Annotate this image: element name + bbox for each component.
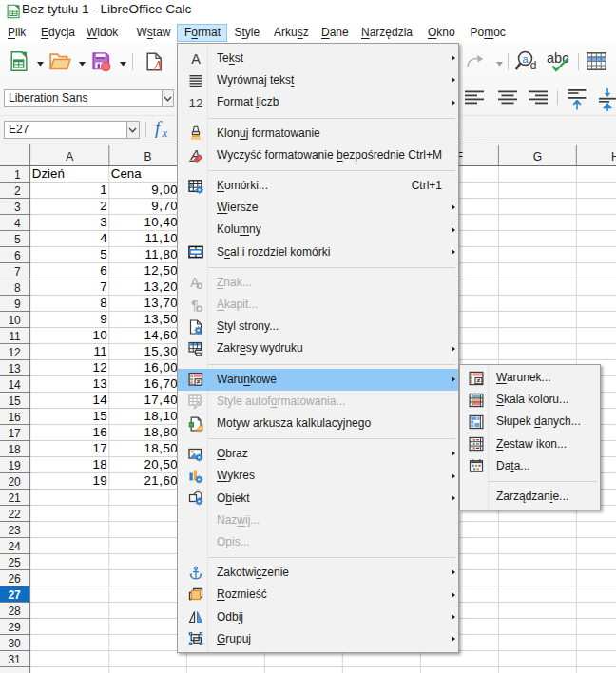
svg-text:12: 12 <box>8 346 21 359</box>
svg-text:18,80: 18,80 <box>144 425 178 439</box>
svg-text:16: 16 <box>8 411 21 424</box>
svg-text:5: 5 <box>14 233 21 246</box>
svg-text:G: G <box>533 150 542 163</box>
svg-text:19: 19 <box>8 459 21 472</box>
svg-text:15: 15 <box>92 409 107 423</box>
svg-text:Cena: Cena <box>111 166 142 181</box>
svg-text:6: 6 <box>100 263 107 278</box>
svg-text:6: 6 <box>14 249 21 262</box>
svg-text:24: 24 <box>8 540 21 553</box>
svg-text:abc: abc <box>547 50 568 66</box>
svg-text:B: B <box>144 150 152 163</box>
svg-text:11: 11 <box>93 344 107 358</box>
svg-text:11,10: 11,10 <box>144 231 178 245</box>
svg-text:15: 15 <box>8 394 21 408</box>
svg-text:d: d <box>530 59 537 72</box>
svg-text:2: 2 <box>14 184 21 198</box>
svg-text:2: 2 <box>100 199 107 213</box>
svg-text:12,50: 12,50 <box>144 263 178 278</box>
svg-text:15,30: 15,30 <box>144 344 178 358</box>
svg-text:17: 17 <box>8 427 21 440</box>
svg-text:H: H <box>611 150 616 163</box>
svg-text:31: 31 <box>8 653 21 666</box>
svg-text:1: 1 <box>14 168 21 182</box>
svg-text:18: 18 <box>92 457 107 471</box>
svg-text:8: 8 <box>100 296 107 310</box>
svg-text:x: x <box>162 125 168 140</box>
svg-text:3: 3 <box>14 201 21 214</box>
svg-text:17,40: 17,40 <box>144 393 178 407</box>
svg-text:18: 18 <box>8 443 21 456</box>
svg-text:29: 29 <box>8 621 21 634</box>
svg-text:14,60: 14,60 <box>144 328 178 342</box>
svg-text:Dzień: Dzień <box>32 166 65 181</box>
svg-text:30: 30 <box>8 637 21 650</box>
svg-text:17: 17 <box>92 441 107 455</box>
svg-text:1: 1 <box>100 183 107 197</box>
svg-text:11: 11 <box>9 330 21 343</box>
svg-text:A: A <box>190 275 200 290</box>
svg-text:12: 12 <box>188 96 202 110</box>
svg-text:26: 26 <box>8 572 21 586</box>
svg-text:19: 19 <box>92 473 107 488</box>
svg-text:a: a <box>522 53 529 65</box>
svg-text:18,50: 18,50 <box>144 441 178 455</box>
svg-text:28: 28 <box>8 605 21 618</box>
svg-text:8: 8 <box>14 281 21 295</box>
svg-text:A: A <box>152 58 162 71</box>
svg-text:10: 10 <box>92 328 107 342</box>
svg-text:10,40: 10,40 <box>144 215 178 229</box>
svg-text:13: 13 <box>8 362 21 375</box>
svg-text:22: 22 <box>8 508 21 521</box>
svg-text:14: 14 <box>8 378 21 392</box>
svg-text:20: 20 <box>8 475 21 489</box>
svg-text:3: 3 <box>100 215 107 229</box>
svg-text:7: 7 <box>100 279 107 294</box>
svg-text:4: 4 <box>14 217 21 230</box>
svg-text:9,00: 9,00 <box>151 183 178 197</box>
svg-text:16,70: 16,70 <box>144 376 178 391</box>
svg-text:21,60: 21,60 <box>144 473 178 488</box>
svg-text:11,80: 11,80 <box>144 247 178 261</box>
svg-text:10: 10 <box>8 314 21 327</box>
svg-text:4: 4 <box>100 231 107 245</box>
svg-text:A: A <box>66 150 73 163</box>
svg-text:13: 13 <box>92 376 107 391</box>
svg-text:27: 27 <box>8 588 21 602</box>
svg-text:20,50: 20,50 <box>144 457 178 471</box>
svg-text:13,20: 13,20 <box>144 279 178 294</box>
svg-text:23: 23 <box>8 524 21 537</box>
svg-text:16,00: 16,00 <box>144 360 178 375</box>
svg-text:16: 16 <box>92 425 107 439</box>
svg-text:7: 7 <box>14 265 21 279</box>
svg-text:A: A <box>191 51 201 67</box>
svg-text:5: 5 <box>100 247 107 261</box>
svg-text:13,50: 13,50 <box>144 312 178 326</box>
svg-text:13,70: 13,70 <box>144 296 178 310</box>
svg-text:14: 14 <box>92 393 107 407</box>
svg-text:21: 21 <box>8 491 21 505</box>
svg-text:18,10: 18,10 <box>144 409 178 423</box>
svg-text:12: 12 <box>92 360 107 375</box>
svg-text:25: 25 <box>8 556 21 569</box>
svg-text:9,70: 9,70 <box>151 199 178 213</box>
svg-text:9: 9 <box>14 298 21 311</box>
svg-text:9: 9 <box>100 312 107 326</box>
